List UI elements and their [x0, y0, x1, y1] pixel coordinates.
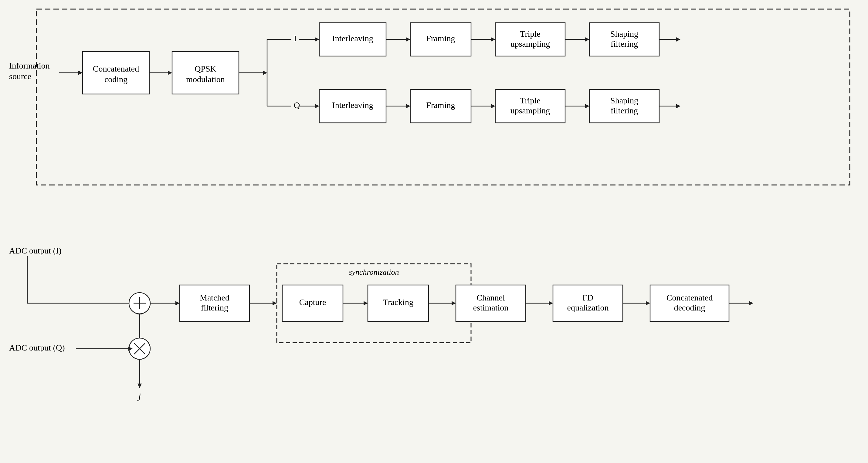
adc-q-label: ADC output (Q)	[9, 343, 65, 352]
diagram-container: Information source Concatenated coding Q…	[0, 0, 868, 463]
framing-q-label: Framing	[426, 100, 455, 110]
info-source-label2: source	[9, 72, 31, 81]
triple-up-q-label2: upsampling	[510, 106, 550, 115]
q-branch-label: Q	[294, 100, 300, 110]
concat-coding-label: Concatenated	[93, 64, 139, 73]
info-source-label: Information	[9, 61, 50, 70]
capture-label: Capture	[299, 297, 326, 307]
concat-decoding-label2: decoding	[674, 303, 705, 312]
adc-i-label: ADC output (I)	[9, 246, 62, 255]
interleaving-i-label: Interleaving	[332, 34, 373, 43]
shaping-i-label: Shaping	[610, 29, 638, 38]
channel-est-label: Channel	[476, 293, 505, 302]
triple-up-i-label2: upsampling	[510, 39, 550, 48]
concat-decoding-label: Concatenated	[666, 293, 713, 302]
matched-filter-label2: filtering	[201, 303, 228, 312]
channel-est-label2: estimation	[473, 303, 509, 312]
i-branch-label: I	[294, 34, 297, 43]
tracking-label: Tracking	[383, 297, 413, 307]
qpsk-label: QPSK	[194, 64, 216, 73]
triple-up-i-label: Triple	[520, 29, 540, 38]
concat-coding-label2: coding	[104, 75, 127, 84]
interleaving-q-label: Interleaving	[332, 100, 373, 110]
matched-filter-label: Matched	[200, 293, 229, 302]
fd-equal-label: FD	[582, 293, 593, 302]
shaping-q-label2: filtering	[611, 106, 638, 115]
shaping-q-label: Shaping	[610, 96, 638, 105]
shaping-i-label2: filtering	[611, 39, 638, 48]
triple-up-q-label: Triple	[520, 96, 540, 105]
framing-i-label: Framing	[426, 34, 455, 43]
fd-equal-label2: equalization	[567, 303, 609, 312]
synchronization-label: synchronization	[349, 268, 399, 276]
qpsk-label2: modulation	[186, 75, 225, 84]
